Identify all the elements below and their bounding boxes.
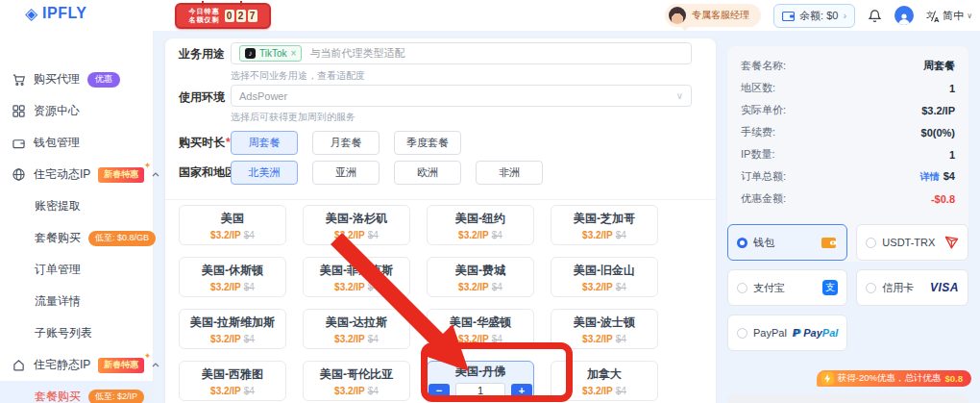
location-card-selected[interactable]: 美国-丹佛 − 1 + bbox=[427, 361, 534, 401]
business-use-input[interactable]: ♪ TikTok × 与当前代理类型适配 bbox=[231, 42, 692, 64]
sidebar-item-credentials[interactable]: 账密提取 bbox=[0, 190, 153, 222]
lightning-icon bbox=[821, 371, 835, 386]
tiktok-icon: ♪ bbox=[245, 48, 256, 59]
remove-tag-icon[interactable]: × bbox=[291, 48, 297, 59]
discount-badge: 优惠 bbox=[87, 72, 120, 88]
banner-string bbox=[240, 1, 242, 6]
wallet-icon bbox=[821, 236, 838, 249]
location-card[interactable]: 美国-旧金山$3.2/IP$4 bbox=[551, 257, 658, 297]
customer-service-button[interactable]: 专属客服经理 bbox=[665, 4, 761, 27]
radio-unselected bbox=[866, 283, 876, 293]
sidebar-item-resources[interactable]: 资源中心 bbox=[0, 95, 153, 127]
business-use-label: 业务用途 bbox=[179, 46, 225, 63]
location-card[interactable]: 美国-洛杉矶$3.2/IP$4 bbox=[303, 205, 410, 245]
sidebar-item-traffic[interactable]: 流量详情 bbox=[0, 286, 153, 317]
payment-alipay[interactable]: 支付宝 支 bbox=[727, 269, 847, 306]
visa-logo: VISA bbox=[930, 281, 959, 294]
location-card[interactable]: 美国-芝加哥$3.2/IP$4 bbox=[551, 205, 658, 245]
region-count-value: 1 bbox=[949, 83, 955, 94]
banner-string bbox=[202, 1, 204, 6]
svg-text:A: A bbox=[934, 14, 940, 22]
alipay-icon: 支 bbox=[822, 280, 838, 295]
cart-icon bbox=[12, 73, 26, 87]
payment-paypal[interactable]: PayPal P PayPal bbox=[727, 315, 847, 351]
balance-button[interactable]: 余额: $0 › bbox=[773, 4, 855, 28]
location-card[interactable]: 美国-西雅图$3.2/IP$4 bbox=[179, 361, 286, 401]
header: ◈ IPFLY 今日特惠 名额仅剩 0 2 7 专属客服经理 余额: $0 › bbox=[0, 0, 980, 31]
radio-unselected bbox=[866, 238, 876, 248]
sidebar-item-dynamic-ip[interactable]: 住宅动态IP 新春特惠 bbox=[0, 159, 153, 190]
quantity-minus-button[interactable]: − bbox=[429, 384, 450, 398]
payment-methods: 钱包 USDT-TRX 支付宝 支 信用卡 VISA PayPal P PayP… bbox=[727, 224, 968, 351]
location-card[interactable]: 美国-拉斯维加斯$3.2/IP$4 bbox=[179, 309, 286, 349]
sidebar-item-orders[interactable]: 订单管理 bbox=[0, 254, 153, 286]
region-africa-chip[interactable]: 非洲 bbox=[476, 161, 543, 185]
sidebar-item-subaccounts[interactable]: 子账号列表 bbox=[0, 317, 153, 349]
new-year-sale-badge: 新春特惠 bbox=[98, 358, 144, 373]
location-card[interactable]: 美国-休斯顿$3.2/IP$4 bbox=[179, 257, 286, 297]
duration-week-chip[interactable]: 周套餐 bbox=[231, 131, 298, 155]
region-asia-chip[interactable]: 亚洲 bbox=[312, 161, 380, 185]
location-card[interactable]: 加拿大$3.2/IP$4 bbox=[551, 361, 658, 401]
payment-wallet[interactable]: 钱包 bbox=[727, 224, 847, 261]
chevron-down-icon: ∨ bbox=[967, 12, 972, 20]
sidebar: 购买代理 优惠 资源中心 钱包管理 住宅动态IP 新春特惠 账密提取 套餐购买 … bbox=[0, 31, 154, 403]
translate-icon: 文A bbox=[926, 10, 940, 22]
details-link[interactable]: 详情 bbox=[920, 171, 940, 182]
promo-countdown-digits: 0 2 7 bbox=[225, 10, 257, 22]
discount-value: -$0.8 bbox=[931, 193, 955, 205]
location-card[interactable]: 美国$3.2/IP$4 bbox=[179, 205, 286, 245]
language-switcher[interactable]: 文A 简中 ∨ bbox=[926, 9, 972, 23]
chevron-up-icon[interactable] bbox=[152, 363, 159, 367]
quantity-input[interactable]: 1 bbox=[455, 383, 505, 398]
grid-icon bbox=[12, 105, 26, 117]
location-card[interactable]: 美国-华盛顿$3.2/IP$4 bbox=[427, 309, 534, 349]
chevron-down-icon: ∨ bbox=[676, 90, 683, 101]
plan-name-value: 周套餐 bbox=[923, 59, 955, 73]
radio-unselected bbox=[737, 328, 747, 339]
location-card[interactable]: 美国-达拉斯$3.2/IP$4 bbox=[303, 309, 410, 349]
radio-unselected bbox=[737, 283, 747, 293]
location-card[interactable]: 美国-费城$3.2/IP$4 bbox=[427, 257, 534, 297]
globe-icon bbox=[12, 168, 26, 181]
quantity-stepper: − 1 + bbox=[429, 383, 532, 398]
payment-usdt-trx[interactable]: USDT-TRX bbox=[856, 224, 968, 261]
sidebar-item-plan-purchase-dynamic[interactable]: 套餐购买 低至: $0.8/GB bbox=[0, 222, 153, 254]
location-card[interactable]: 美国-哥伦比亚$3.2/IP$4 bbox=[303, 361, 410, 401]
region-north-america-chip[interactable]: 北美洲 bbox=[231, 161, 298, 185]
radio-selected bbox=[737, 238, 747, 248]
sidebar-item-static-ip[interactable]: 住宅静态IP 新春特惠 bbox=[0, 349, 153, 381]
purchase-form-panel: 业务用途 ♪ TikTok × 与当前代理类型适配 选择不同业务用途，查看适配度… bbox=[165, 38, 716, 403]
chevron-up-icon[interactable] bbox=[152, 172, 159, 177]
wallet-icon bbox=[12, 138, 26, 149]
duration-quarter-chip[interactable]: 季度套餐 bbox=[394, 131, 461, 155]
notification-bell-icon[interactable] bbox=[868, 9, 882, 23]
buy-now-button[interactable]: 立即购买 bbox=[727, 394, 968, 403]
region-europe-chip[interactable]: 欧洲 bbox=[394, 161, 461, 185]
duration-options: 周套餐 月套餐 季度套餐 bbox=[231, 131, 461, 155]
sidebar-item-plan-purchase-static[interactable]: 套餐购买 低至: $2/IP bbox=[0, 381, 153, 403]
tiktok-tag[interactable]: ♪ TikTok × bbox=[239, 45, 302, 62]
sidebar-item-buy-proxy[interactable]: 购买代理 优惠 bbox=[0, 63, 153, 95]
order-total-value: 详情$4 bbox=[920, 170, 955, 184]
environment-select[interactable]: AdsPower ∨ bbox=[231, 85, 692, 107]
environment-hint: 选择后可获得更加周到的服务 bbox=[231, 111, 355, 124]
duration-month-chip[interactable]: 月套餐 bbox=[312, 131, 380, 155]
chevron-right-icon: › bbox=[843, 10, 846, 21]
lowest-price-badge: 低至: $0.8/GB bbox=[88, 231, 156, 246]
tron-icon bbox=[944, 236, 959, 249]
business-hint: 选择不同业务用途，查看适配度 bbox=[231, 69, 365, 83]
sidebar-item-wallet[interactable]: 钱包管理 bbox=[0, 127, 153, 159]
location-card[interactable]: 美国-波士顿$3.2/IP$4 bbox=[551, 309, 658, 349]
user-avatar[interactable] bbox=[894, 6, 914, 25]
quantity-plus-button[interactable]: + bbox=[511, 384, 532, 398]
location-grid: 美国$3.2/IP$4 美国-洛杉矶$3.2/IP$4 美国-纽约$3.2/IP… bbox=[179, 205, 667, 401]
payment-credit-card[interactable]: 信用卡 VISA bbox=[856, 269, 968, 306]
location-card[interactable]: 美国-菲尼克斯$3.2/IP$4 bbox=[303, 257, 410, 297]
paypal-logo: P PayPal bbox=[793, 327, 839, 339]
environment-label: 使用环境 bbox=[179, 89, 225, 106]
promo-countdown-banner[interactable]: 今日特惠 名额仅剩 0 2 7 bbox=[175, 3, 271, 29]
location-card[interactable]: 美国-纽约$3.2/IP$4 bbox=[427, 205, 534, 245]
discount-ribbon: 获得-20%优惠，总计优惠$0.8 bbox=[817, 370, 971, 387]
logo-text: IPFLY bbox=[42, 5, 86, 22]
